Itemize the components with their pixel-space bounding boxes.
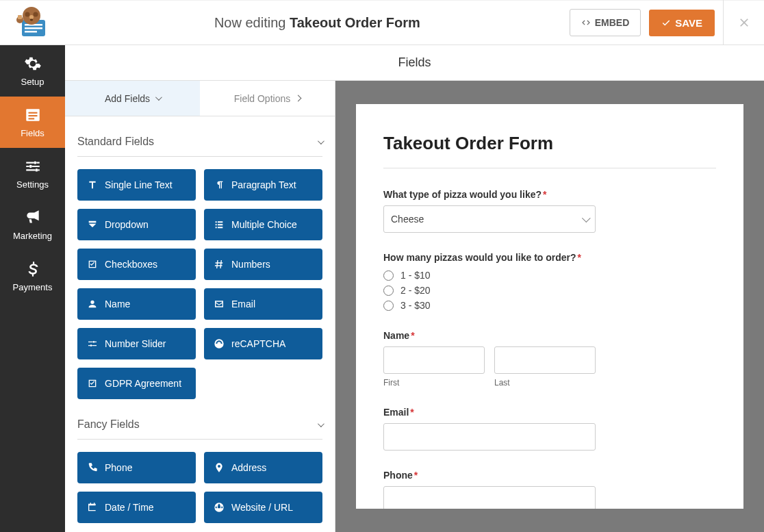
svg-rect-12	[28, 112, 37, 114]
group-standard-title: Standard Fields	[77, 136, 154, 148]
field-numbers[interactable]: Numbers	[204, 249, 322, 280]
tab-add-fields[interactable]: Add Fields	[65, 81, 200, 116]
svg-point-17	[35, 168, 38, 171]
required-marker: *	[411, 330, 414, 341]
embed-button[interactable]: EMBED	[570, 9, 641, 36]
tab-add-fields-label: Add Fields	[105, 93, 150, 104]
save-button[interactable]: SAVE	[649, 10, 715, 36]
user-icon	[87, 299, 98, 309]
svg-rect-10	[18, 15, 22, 19]
field-phone[interactable]: Phone*	[383, 470, 716, 509]
close-button[interactable]	[723, 0, 764, 45]
topbar-actions: EMBED SAVE	[570, 0, 764, 45]
section-header: Fields	[65, 45, 764, 81]
field-dropdown[interactable]: Dropdown	[77, 209, 196, 240]
field-address[interactable]: Address	[204, 452, 322, 483]
pin-icon	[214, 462, 225, 473]
field-date-time[interactable]: Date / Time	[77, 492, 196, 523]
text-icon	[87, 179, 98, 190]
field-phone[interactable]: Phone	[77, 452, 196, 483]
paragraph-icon	[214, 179, 225, 190]
required-marker: *	[578, 252, 581, 263]
field-email[interactable]: Email	[204, 288, 322, 320]
left-nav: Setup Fields Settings Marketing Payments	[0, 45, 65, 532]
tab-field-options[interactable]: Field Options	[200, 81, 335, 116]
chevron-right-icon	[295, 95, 302, 102]
field-single-line-text[interactable]: Single Line Text	[77, 169, 196, 201]
field-pizza-type[interactable]: What type of pizza would you like?* Chee…	[383, 189, 716, 233]
group-standard-fields[interactable]: Standard Fields	[77, 116, 322, 157]
wpforms-logo-icon	[12, 6, 53, 39]
field-recaptcha[interactable]: reCAPTCHA	[204, 328, 322, 359]
radio-input[interactable]	[383, 301, 394, 311]
nav-marketing-label: Marketing	[13, 231, 52, 241]
first-sub-label: First	[383, 378, 485, 388]
field-name[interactable]: Name* First Last	[383, 330, 716, 388]
group-fancy-fields[interactable]: Fancy Fields	[77, 399, 322, 440]
title-form-name: Takeout Order Form	[290, 15, 420, 30]
first-name-input[interactable]	[383, 346, 485, 374]
hash-icon	[214, 259, 225, 270]
workspace: Fields Add Fields Field Options St	[65, 45, 764, 532]
field-multiple-choice[interactable]: Multiple Choice	[204, 209, 322, 240]
radio-option[interactable]: 1 - $10	[383, 270, 716, 281]
chevron-down-icon	[318, 138, 324, 144]
envelope-icon	[214, 299, 225, 309]
email-input[interactable]	[383, 423, 596, 451]
bullhorn-icon	[24, 209, 42, 227]
nav-fields-label: Fields	[21, 128, 44, 138]
nav-marketing[interactable]: Marketing	[0, 199, 65, 251]
radio-option[interactable]: 3 - $30	[383, 300, 716, 311]
svg-rect-14	[28, 118, 34, 119]
pizza-type-select[interactable]: Cheese	[383, 205, 596, 233]
nav-settings[interactable]: Settings	[0, 148, 65, 199]
nav-settings-label: Settings	[16, 179, 49, 190]
form-title: Takeout Order Form	[383, 133, 716, 168]
field-checkboxes[interactable]: Checkboxes	[77, 249, 196, 280]
required-marker: *	[414, 470, 418, 481]
form-canvas: Takeout Order Form What type of pizza wo…	[356, 104, 743, 509]
standard-fields-grid: Single Line Text Paragraph Text Dropdown…	[77, 169, 322, 399]
name-first-col: First	[383, 346, 485, 388]
field-website-url[interactable]: Website / URL	[204, 492, 322, 523]
svg-point-15	[34, 161, 36, 164]
field-gdpr[interactable]: GDPR Agreement	[77, 368, 196, 399]
check-square-icon	[87, 378, 98, 389]
svg-point-5	[25, 12, 29, 17]
dollar-icon	[24, 260, 42, 278]
fields-scroll[interactable]: Standard Fields Single Line Text Paragra…	[65, 116, 335, 532]
nav-payments[interactable]: Payments	[0, 251, 65, 302]
field-email[interactable]: Email*	[383, 407, 716, 451]
select-wrap: Cheese	[383, 205, 596, 233]
phone-icon	[87, 462, 98, 473]
last-name-input[interactable]	[494, 346, 596, 374]
field-label: Email*	[383, 407, 716, 418]
nav-setup[interactable]: Setup	[0, 45, 65, 97]
nav-fields[interactable]: Fields	[0, 97, 65, 148]
group-fancy-title: Fancy Fields	[77, 418, 140, 431]
dropdown-icon	[87, 219, 98, 230]
field-number-slider[interactable]: Number Slider	[77, 328, 196, 359]
field-pizza-count[interactable]: How many pizzas would you like to order?…	[383, 252, 716, 311]
svg-rect-2	[25, 27, 42, 29]
chevron-down-icon	[318, 420, 324, 427]
field-paragraph-text[interactable]: Paragraph Text	[204, 169, 322, 201]
save-label: SAVE	[675, 17, 702, 29]
svg-point-7	[29, 15, 34, 19]
nav-setup-label: Setup	[21, 77, 44, 87]
required-marker: *	[543, 189, 546, 200]
radio-input[interactable]	[383, 270, 394, 281]
page-title: Now editing Takeout Order Form	[65, 15, 570, 31]
form-icon	[24, 106, 42, 124]
top-bar: Now editing Takeout Order Form EMBED SAV…	[0, 0, 764, 45]
panel-tabs: Add Fields Field Options	[65, 81, 335, 116]
field-name[interactable]: Name	[77, 288, 196, 320]
svg-point-6	[33, 12, 38, 17]
radio-input[interactable]	[383, 286, 394, 296]
radio-option[interactable]: 2 - $20	[383, 285, 716, 296]
calendar-icon	[87, 502, 98, 513]
check-icon	[661, 18, 671, 27]
phone-input[interactable]	[383, 486, 596, 509]
check-square-icon	[87, 259, 98, 270]
code-icon	[581, 18, 591, 27]
